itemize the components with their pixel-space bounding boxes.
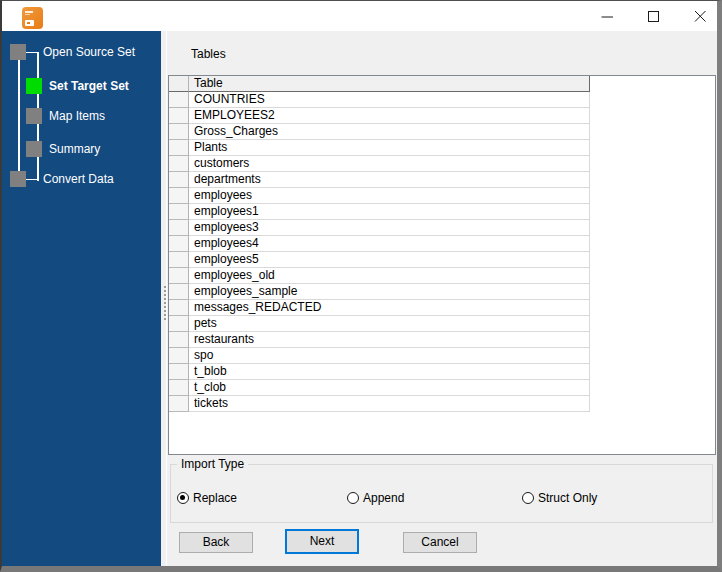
table-row[interactable]: customers <box>169 156 715 172</box>
table-name-cell[interactable]: t_blob <box>189 364 590 380</box>
radio-circle[interactable] <box>177 492 189 504</box>
row-header-cell[interactable] <box>169 156 189 172</box>
step-square-convert-data[interactable] <box>10 171 26 187</box>
radio-replace[interactable]: Replace <box>177 491 237 505</box>
table-name-cell[interactable]: employees_old <box>189 268 590 284</box>
radio-append[interactable]: Append <box>347 491 404 505</box>
row-header-cell[interactable] <box>169 268 189 284</box>
app-icon <box>22 7 43 29</box>
table-name-cell[interactable]: customers <box>189 156 590 172</box>
table-name-cell[interactable]: Plants <box>189 140 590 156</box>
table-name-cell[interactable]: employees3 <box>189 220 590 236</box>
row-header-cell[interactable] <box>169 236 189 252</box>
sidebar-step-map-items[interactable]: Map Items <box>49 108 105 124</box>
table-row[interactable]: employees5 <box>169 252 715 268</box>
table-row[interactable]: employees_sample <box>169 284 715 300</box>
step-square-summary[interactable] <box>26 141 42 157</box>
table-row[interactable]: employees1 <box>169 204 715 220</box>
table-row[interactable]: pets <box>169 316 715 332</box>
splitter-grip[interactable] <box>162 284 166 320</box>
radio-label-struct-only: Struct Only <box>538 491 597 505</box>
connector-line <box>18 60 20 172</box>
sidebar-step-set-target-set[interactable]: Set Target Set <box>49 78 129 94</box>
row-header-cell[interactable] <box>169 380 189 396</box>
table-name-cell[interactable]: t_clob <box>189 380 590 396</box>
sidebar-step-summary[interactable]: Summary <box>49 141 100 157</box>
table-row[interactable]: spo <box>169 348 715 364</box>
table-row[interactable]: t_blob <box>169 364 715 380</box>
row-header-cell[interactable] <box>169 316 189 332</box>
sidebar-step-convert-data[interactable]: Convert Data <box>43 171 114 187</box>
radio-struct-only[interactable]: Struct Only <box>522 491 597 505</box>
row-header-cell[interactable] <box>169 108 189 124</box>
row-header-cell[interactable] <box>169 284 189 300</box>
listview-corner-cell <box>169 76 189 92</box>
table-name-cell[interactable]: EMPLOYEES2 <box>189 108 590 124</box>
table-name-cell[interactable]: employees1 <box>189 204 590 220</box>
table-row[interactable]: employees3 <box>169 220 715 236</box>
dialog-window: Open Source Set Set Target Set Map Items… <box>0 0 722 572</box>
table-row[interactable]: employees_old <box>169 268 715 284</box>
row-header-cell[interactable] <box>169 140 189 156</box>
row-header-cell[interactable] <box>169 348 189 364</box>
close-button[interactable] <box>685 1 715 31</box>
wizard-sidebar: Open Source Set Set Target Set Map Items… <box>2 31 161 566</box>
step-square-set-target[interactable] <box>26 78 42 94</box>
radio-circle[interactable] <box>522 492 534 504</box>
step-square-open-source[interactable] <box>10 44 26 60</box>
import-type-groupbox: Import Type <box>170 464 713 523</box>
table-name-cell[interactable]: restaurants <box>189 332 590 348</box>
row-header-cell[interactable] <box>169 300 189 316</box>
row-header-cell[interactable] <box>169 364 189 380</box>
table-column-header[interactable]: Table <box>189 76 590 92</box>
row-header-cell[interactable] <box>169 252 189 268</box>
table-name-cell[interactable]: COUNTRIES <box>189 92 590 108</box>
step-square-map-items[interactable] <box>26 108 42 124</box>
radio-label-append: Append <box>363 491 404 505</box>
tables-listview: Table COUNTRIESEMPLOYEES2Gross_ChargesPl… <box>168 75 716 455</box>
row-header-cell[interactable] <box>169 92 189 108</box>
table-name-cell[interactable]: employees_sample <box>189 284 590 300</box>
table-row[interactable]: COUNTRIES <box>169 92 715 108</box>
row-header-cell[interactable] <box>169 332 189 348</box>
tables-section-label: Tables <box>191 47 226 61</box>
table-row[interactable]: messages_REDACTED <box>169 300 715 316</box>
row-header-cell[interactable] <box>169 172 189 188</box>
table-row[interactable]: EMPLOYEES2 <box>169 108 715 124</box>
table-row[interactable]: departments <box>169 172 715 188</box>
close-icon <box>694 10 707 23</box>
minimize-icon <box>601 10 614 23</box>
table-name-cell[interactable]: pets <box>189 316 590 332</box>
table-row[interactable]: t_clob <box>169 380 715 396</box>
row-header-cell[interactable] <box>169 396 189 412</box>
main-panel: Tables Table COUNTRIESEMPLOYEES2Gross_Ch… <box>161 31 717 566</box>
row-header-cell[interactable] <box>169 220 189 236</box>
table-name-cell[interactable]: tickets <box>189 396 590 412</box>
radio-circle[interactable] <box>347 492 359 504</box>
row-header-cell[interactable] <box>169 204 189 220</box>
table-name-cell[interactable]: employees5 <box>189 252 590 268</box>
radio-label-replace: Replace <box>193 491 237 505</box>
table-row[interactable]: Plants <box>169 140 715 156</box>
cancel-button[interactable]: Cancel <box>403 532 477 553</box>
table-row[interactable]: employees <box>169 188 715 204</box>
maximize-icon <box>647 10 660 23</box>
table-name-cell[interactable]: messages_REDACTED <box>189 300 590 316</box>
table-name-cell[interactable]: employees <box>189 188 590 204</box>
table-row[interactable]: restaurants <box>169 332 715 348</box>
connector-line <box>26 52 38 54</box>
table-name-cell[interactable]: employees4 <box>189 236 590 252</box>
sidebar-step-open-source-set[interactable]: Open Source Set <box>43 44 135 60</box>
back-button[interactable]: Back <box>179 532 253 553</box>
row-header-cell[interactable] <box>169 124 189 140</box>
maximize-button[interactable] <box>638 1 668 31</box>
table-name-cell[interactable]: departments <box>189 172 590 188</box>
table-name-cell[interactable]: Gross_Charges <box>189 124 590 140</box>
minimize-button[interactable] <box>592 1 622 31</box>
table-row[interactable]: Gross_Charges <box>169 124 715 140</box>
table-name-cell[interactable]: spo <box>189 348 590 364</box>
row-header-cell[interactable] <box>169 188 189 204</box>
next-button[interactable]: Next <box>285 529 359 554</box>
table-row[interactable]: tickets <box>169 396 715 412</box>
table-row[interactable]: employees4 <box>169 236 715 252</box>
